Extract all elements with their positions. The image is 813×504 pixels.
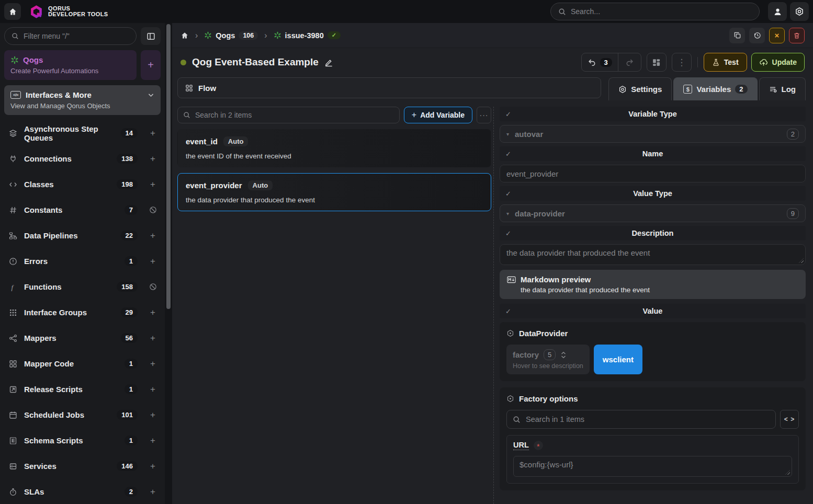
tab-variables[interactable]: $ Variables 2 bbox=[673, 77, 757, 100]
check-icon: ✓ bbox=[505, 150, 511, 158]
breadcrumb-issue[interactable]: issue-3980 ✓ bbox=[274, 31, 341, 40]
sidebar-item-errors[interactable]: Errors 1 + bbox=[4, 248, 161, 274]
add-icon[interactable]: + bbox=[148, 307, 157, 318]
add-icon[interactable]: + bbox=[148, 436, 157, 446]
add-icon[interactable]: + bbox=[148, 128, 157, 139]
sidebar-item-scheduled-jobs[interactable]: Scheduled Jobs 101 + bbox=[4, 402, 161, 428]
variables-search[interactable] bbox=[177, 107, 400, 123]
url-textarea[interactable]: $config:{ws-url} bbox=[520, 460, 786, 471]
resize-handle[interactable] bbox=[799, 258, 804, 263]
valid-check-badge: ✓ bbox=[328, 31, 341, 39]
add-variable-button[interactable]: + Add Variable bbox=[404, 107, 472, 123]
close-button[interactable]: × bbox=[769, 28, 785, 43]
sidebar-item-mapper-code[interactable]: Mapper Code 1 + bbox=[4, 351, 161, 376]
factory-options-search-input[interactable] bbox=[526, 415, 770, 423]
add-icon[interactable]: + bbox=[148, 461, 157, 472]
variables-search-input[interactable] bbox=[195, 111, 394, 119]
test-button[interactable]: Test bbox=[704, 53, 747, 72]
code-brackets-icon bbox=[8, 180, 17, 189]
undo-button[interactable]: 3 bbox=[582, 53, 618, 71]
stopwatch-icon bbox=[8, 488, 17, 496]
tab-flow[interactable]: Flow bbox=[177, 77, 601, 98]
user-button[interactable] bbox=[768, 2, 787, 21]
scrollbar-thumb[interactable] bbox=[166, 24, 171, 309]
sidebar-item-qogs[interactable]: Qogs Create Powerful Automations bbox=[4, 50, 137, 80]
collapse-sidebar-button[interactable] bbox=[141, 27, 161, 45]
edit-title-icon[interactable] bbox=[324, 58, 333, 67]
hexagon-dot-icon bbox=[506, 395, 514, 403]
auto-badge: Auto bbox=[248, 180, 273, 190]
code-view-button[interactable]: < > bbox=[780, 410, 799, 429]
add-icon[interactable]: + bbox=[148, 154, 157, 164]
more-options-button[interactable]: ⋮ bbox=[672, 53, 692, 72]
sidebar-filter[interactable] bbox=[4, 27, 137, 45]
caret-down-icon: ▾ bbox=[506, 211, 509, 216]
layout-view-button[interactable] bbox=[647, 53, 667, 72]
sidebar-item-slas[interactable]: SLAs 2 + bbox=[4, 479, 161, 504]
add-icon[interactable]: + bbox=[148, 384, 157, 395]
sidebar-item-functions[interactable]: f Functions 158 bbox=[4, 274, 161, 300]
description-field[interactable]: the data provider that produced the even… bbox=[500, 244, 806, 265]
factory-hint: Hover to see description bbox=[513, 362, 583, 370]
add-icon[interactable]: + bbox=[148, 256, 157, 267]
sidebar-item-interface-groups[interactable]: Interface Groups 29 + bbox=[4, 300, 161, 325]
home-icon[interactable] bbox=[180, 31, 189, 40]
update-button[interactable]: Update bbox=[751, 53, 805, 72]
count-badge: 1 bbox=[125, 256, 138, 266]
add-icon[interactable]: + bbox=[148, 333, 157, 343]
undo-icon bbox=[588, 58, 596, 67]
sidebar-item-data-pipelines[interactable]: Data Pipelines 22 + bbox=[4, 223, 161, 248]
count-badge: 1 bbox=[125, 359, 138, 369]
check-icon: ✓ bbox=[505, 190, 511, 198]
name-field[interactable] bbox=[500, 165, 806, 182]
settings-button[interactable] bbox=[790, 2, 809, 21]
home-button[interactable] bbox=[4, 3, 21, 20]
variable-item-event-provider[interactable]: event_provider Auto the data provider th… bbox=[177, 173, 491, 211]
sidebar-item-async-step-queues[interactable]: Asynchronous Step Queues 14 + bbox=[4, 120, 161, 146]
factory-select[interactable]: factory 5 Hover to see description bbox=[506, 345, 590, 374]
sidebar-item-release-scripts[interactable]: Release Scripts 1 + bbox=[4, 376, 161, 402]
add-icon[interactable]: + bbox=[148, 231, 157, 241]
value-type-select[interactable]: ▾ data-provider 9 bbox=[500, 204, 806, 222]
calendar-icon bbox=[8, 411, 17, 419]
add-icon[interactable]: + bbox=[148, 359, 157, 369]
redo-button[interactable] bbox=[618, 53, 641, 71]
field-header-value: ✓ Value bbox=[500, 304, 806, 318]
status-dot bbox=[180, 60, 186, 65]
sidebar-section-interfaces[interactable]: </> Interfaces & More View and Manage Qo… bbox=[4, 85, 161, 115]
resize-handle[interactable] bbox=[785, 470, 790, 475]
sidebar-scrollbar[interactable] bbox=[165, 23, 172, 504]
add-icon[interactable]: + bbox=[148, 179, 157, 190]
gear-icon bbox=[795, 7, 804, 16]
name-input[interactable] bbox=[506, 169, 799, 178]
variable-type-select[interactable]: ▾ autovar 2 bbox=[500, 125, 806, 143]
tab-log[interactable]: Log bbox=[759, 77, 806, 100]
sidebar-filter-input[interactable] bbox=[24, 32, 129, 40]
breadcrumb-qogs[interactable]: Qogs 106 bbox=[204, 31, 258, 40]
sidebar-item-constants[interactable]: Constants 7 bbox=[4, 197, 161, 223]
history-button[interactable] bbox=[749, 28, 765, 43]
field-header-variable-type: ✓ Variable Type bbox=[500, 107, 806, 121]
qogs-title: Qogs bbox=[23, 55, 43, 64]
description-textarea[interactable]: the data provider that produced the even… bbox=[506, 248, 799, 259]
factory-options-search[interactable] bbox=[506, 410, 776, 429]
sidebar-item-schema-scripts[interactable]: Schema Scripts 1 + bbox=[4, 428, 161, 453]
sidebar-item-connections[interactable]: Connections 138 + bbox=[4, 146, 161, 171]
variable-item-event-id[interactable]: event_id Auto the event ID of the event … bbox=[177, 129, 491, 167]
add-qog-button[interactable]: + bbox=[141, 50, 161, 80]
add-icon[interactable]: + bbox=[148, 487, 157, 497]
sidebar-item-services[interactable]: Services 146 + bbox=[4, 453, 161, 479]
tab-settings[interactable]: Settings bbox=[608, 77, 672, 100]
sidebar-item-mappers[interactable]: Mappers 56 + bbox=[4, 325, 161, 351]
delete-button[interactable] bbox=[789, 28, 805, 43]
global-search-input[interactable] bbox=[571, 7, 752, 16]
global-search[interactable] bbox=[550, 3, 760, 20]
wsclient-button[interactable]: wsclient bbox=[594, 345, 642, 374]
duplicate-button[interactable] bbox=[729, 28, 745, 43]
sidebar-item-classes[interactable]: Classes 198 + bbox=[4, 171, 161, 197]
add-icon[interactable]: + bbox=[148, 410, 157, 420]
variables-icon: $ bbox=[683, 85, 692, 94]
gear-icon bbox=[618, 85, 627, 94]
list-more-button[interactable]: ··· bbox=[477, 107, 491, 123]
url-field[interactable]: $config:{ws-url} bbox=[513, 456, 792, 477]
